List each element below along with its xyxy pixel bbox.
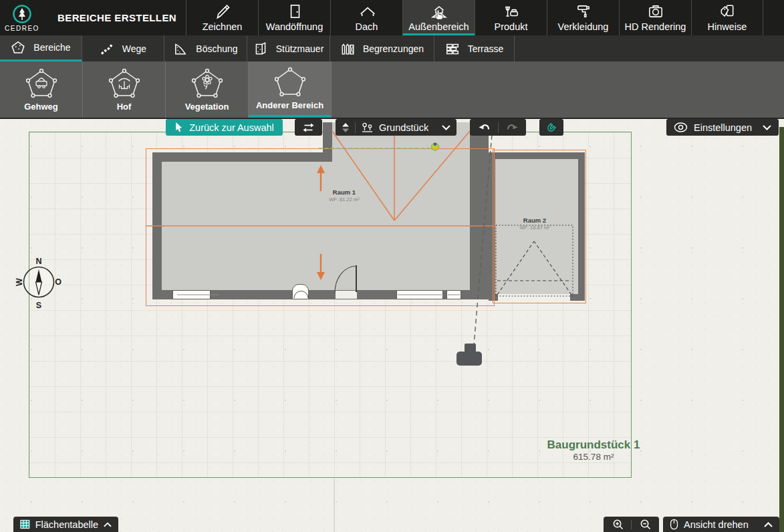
settings-label: Einstellungen (694, 122, 752, 133)
area-type-vegetation[interactable]: Vegetation (166, 61, 249, 118)
zoom-out-button[interactable] (632, 519, 658, 530)
toolbar-item-label: HD Rendering (625, 21, 686, 32)
magnet-icon (545, 122, 557, 134)
toolbar-item-label: Wandöffnung (266, 21, 323, 32)
garage-selection-outline[interactable] (493, 150, 586, 303)
house-selection-outline[interactable] (146, 148, 495, 306)
magnet-snap-button[interactable] (539, 119, 563, 136)
cedreo-logo-text: CEDREO (5, 25, 39, 32)
hand-cursor-icon (434, 9, 444, 20)
compass: N O S W (12, 251, 66, 313)
cedreo-app-window: CEDREO BEREICHE ERSTELLEN Zeichnen Wandö… (0, 0, 784, 532)
path-icon (100, 41, 114, 56)
area-type-label: Vegetation (185, 102, 229, 112)
door-icon (286, 3, 303, 20)
roof-icon (358, 3, 376, 20)
retaining-wall-icon (253, 41, 268, 56)
table-icon (20, 519, 30, 529)
compass-north-label: N (35, 257, 41, 266)
hedge-strip (779, 127, 784, 532)
rotate-view-label: Ansicht drehen (684, 519, 749, 530)
toolbar-item-zeichnen[interactable]: Zeichnen (186, 0, 258, 35)
mouse-icon (670, 519, 678, 530)
back-button-label: Zurück zur Auswahl (189, 122, 274, 133)
rotate-view-button[interactable]: Ansicht drehen (663, 517, 779, 532)
history-controls (470, 119, 526, 136)
toolbar-item-wandoeffnung[interactable]: Wandöffnung (258, 0, 330, 35)
pentagon-patio-icon (108, 68, 140, 100)
cedreo-logo-icon (12, 4, 32, 24)
toolbar-item-dach[interactable]: Dach (330, 0, 402, 35)
tab-label: Stützmauer (276, 43, 324, 54)
area-type-anderer-bereich[interactable]: Anderer Bereich (249, 61, 332, 118)
tab-stuetzmauer[interactable]: Stützmauer (247, 35, 330, 61)
level-selector[interactable]: Grundstück (336, 119, 456, 136)
eye-icon (674, 122, 688, 132)
toolbar-item-label: Verkleidung (558, 21, 609, 32)
camera-icon (647, 3, 664, 20)
tab-label: Bereiche (33, 42, 70, 53)
survey-pins-icon (361, 122, 374, 133)
zoom-in-icon (612, 519, 624, 530)
area-type-bar: Gehweg Hof (0, 61, 784, 119)
toolbar-item-verkleidung[interactable]: Verkleidung (547, 0, 619, 35)
zoom-controls (604, 517, 659, 532)
zoom-in-button[interactable] (604, 519, 631, 530)
terrace-icon (445, 41, 460, 56)
floor-plan-canvas[interactable]: N O S W Raum 1 WF: 81.22 m² Raum 2 WF: 1… (0, 119, 784, 532)
compass-east-label: O (55, 277, 61, 287)
redo-icon (506, 123, 519, 132)
toolbar-item-label: Hinweise (708, 21, 747, 32)
slope-icon (173, 41, 188, 56)
undo-button[interactable] (471, 123, 498, 132)
spinner-arrows-icon[interactable] (342, 122, 350, 133)
redo-button[interactable] (499, 123, 526, 132)
chevron-up-icon (764, 522, 773, 527)
pentagon-car-icon (25, 68, 57, 100)
tab-begrenzungen[interactable]: Begrenzungen (330, 35, 434, 61)
zoom-out-icon (640, 519, 651, 530)
tab-label: Wege (122, 43, 146, 54)
tab-bereiche[interactable]: Bereiche (0, 35, 82, 61)
toolbar-item-hinweise[interactable]: Hinweise (691, 0, 763, 35)
tab-terrasse[interactable]: Terrasse (434, 35, 515, 61)
toolbar-item-produkt[interactable]: Produkt (475, 0, 547, 35)
paint-roller-icon (575, 3, 592, 20)
pentagon-plain-icon (274, 66, 306, 98)
category-tab-bar: Bereiche Wege Böschung St (0, 35, 784, 61)
area-type-label: Anderer Bereich (256, 100, 323, 110)
tab-label: Böschung (196, 43, 237, 54)
toolbar-item-hd-rendering[interactable]: HD Rendering (619, 0, 691, 35)
cedreo-logo[interactable]: CEDREO (0, 0, 44, 35)
tab-label: Begrenzungen (363, 43, 424, 54)
area-table-label: Flächentabelle (35, 519, 98, 530)
pentagon-flower-icon (191, 68, 223, 100)
tab-wege[interactable]: Wege (82, 35, 164, 61)
tags-icon (718, 3, 736, 20)
compass-west-label: W (15, 278, 24, 286)
chevron-down-icon (442, 125, 450, 130)
area-type-hof[interactable]: Hof (83, 61, 166, 118)
area-type-label: Hof (117, 102, 132, 112)
area-type-label: Gehweg (24, 102, 58, 112)
toolbar-item-label: Produkt (495, 21, 528, 32)
chevron-up-icon (104, 522, 112, 527)
tab-boeschung[interactable]: Böschung (164, 35, 247, 61)
tab-label: Terrasse (468, 43, 504, 54)
furniture-icon (503, 3, 520, 20)
toolbar-item-label: Außenbereich (408, 21, 469, 32)
page-title: BEREICHE ERSTELLEN (57, 0, 176, 35)
area-table-button[interactable]: Flächentabelle (13, 517, 118, 532)
toolbar-item-aussenbereich[interactable]: Außenbereich (402, 0, 475, 35)
main-toolbar-items: Zeichnen Wandöffnung Dach (186, 0, 763, 35)
area-type-gehweg[interactable]: Gehweg (0, 61, 83, 118)
swap-selection-button[interactable] (295, 119, 322, 136)
settings-dropdown[interactable]: Einstellungen (666, 119, 779, 136)
back-to-selection-button[interactable]: Zurück zur Auswahl (166, 119, 283, 136)
pencil-icon (214, 3, 231, 20)
divider (355, 122, 356, 133)
fence-icon (340, 41, 355, 56)
swap-icon (302, 122, 315, 133)
pentagon-dotted-icon (11, 40, 25, 55)
chevron-down-icon (763, 125, 771, 130)
